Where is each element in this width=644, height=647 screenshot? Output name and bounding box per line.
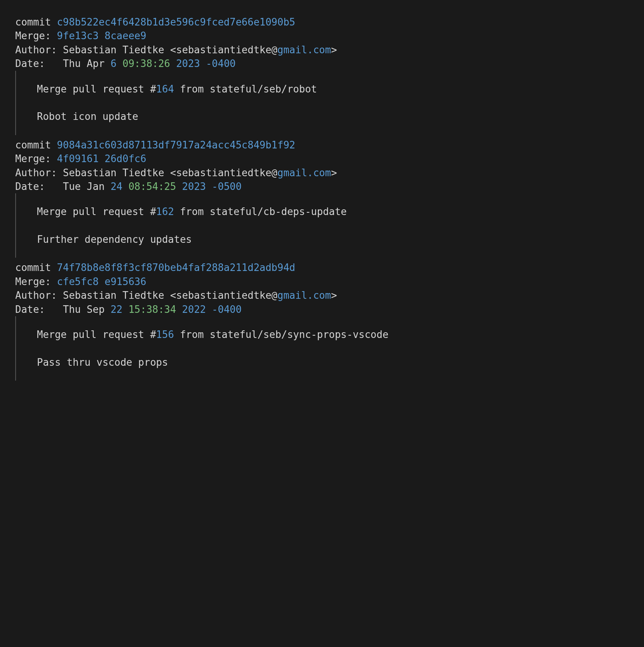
pr-number[interactable]: 164 bbox=[156, 83, 174, 95]
commit-label: commit bbox=[15, 139, 57, 151]
pr-prefix: Merge pull request # bbox=[37, 206, 156, 217]
author-name: Sebastian Tiedtke bbox=[63, 44, 164, 56]
commit-message: Further dependency updates bbox=[37, 233, 629, 246]
date-time: 15:38:34 bbox=[128, 304, 176, 315]
merge-label: Merge: bbox=[15, 30, 57, 41]
merge-parent-b[interactable]: 8caeee9 bbox=[105, 30, 147, 41]
author-email-domain[interactable]: gmail.com bbox=[277, 167, 331, 178]
git-log-output: commit c98b522ec4f6428b1d3e596c9fced7e66… bbox=[15, 15, 629, 381]
author-label: Author: bbox=[15, 290, 63, 301]
commit-body: Merge pull request #164 from stateful/se… bbox=[15, 71, 629, 135]
date-line: Date: Tue Jan 24 08:54:25 2023 -0500 bbox=[15, 180, 629, 193]
blank-line bbox=[37, 341, 629, 355]
commit-message: Robot icon update bbox=[37, 110, 629, 123]
commit-message: Pass thru vscode props bbox=[37, 355, 629, 369]
commit-label: commit bbox=[15, 16, 57, 28]
author-label: Author: bbox=[15, 167, 63, 178]
date-line: Date: Thu Apr 6 09:38:26 2023 -0400 bbox=[15, 57, 629, 70]
pr-number[interactable]: 162 bbox=[156, 206, 174, 217]
commit-line: commit 9084a31c603d87113df7917a24acc45c8… bbox=[15, 138, 629, 152]
date-time: 08:54:25 bbox=[128, 181, 176, 192]
pr-prefix: Merge pull request # bbox=[37, 83, 156, 95]
pr-prefix: Merge pull request # bbox=[37, 329, 156, 340]
date-label: Date: bbox=[15, 181, 63, 192]
pr-line: Merge pull request #156 from stateful/se… bbox=[37, 328, 629, 341]
commit-body: Merge pull request #162 from stateful/cb… bbox=[15, 193, 629, 258]
pr-line: Merge pull request #162 from stateful/cb… bbox=[37, 205, 629, 218]
pr-line: Merge pull request #164 from stateful/se… bbox=[37, 82, 629, 96]
commit-line: commit 74f78b8e8f8f3cf870beb4faf288a211d… bbox=[15, 261, 629, 274]
author-email-local: sebastiantiedtke bbox=[176, 44, 271, 56]
merge-line: Merge: cfe5fc8 e915636 bbox=[15, 275, 629, 288]
author-name: Sebastian Tiedtke bbox=[63, 290, 164, 301]
author-email-local: sebastiantiedtke bbox=[176, 290, 271, 301]
pr-number[interactable]: 156 bbox=[156, 329, 174, 340]
date-tz: -0400 bbox=[206, 58, 236, 69]
author-email-local: sebastiantiedtke bbox=[176, 167, 271, 178]
commit-hash[interactable]: 74f78b8e8f8f3cf870beb4faf288a211d2adb94d bbox=[57, 262, 295, 273]
author-line: Author: Sebastian Tiedtke <sebastiantied… bbox=[15, 166, 629, 180]
merge-parent-a[interactable]: cfe5fc8 bbox=[57, 276, 99, 287]
author-label: Author: bbox=[15, 44, 63, 56]
merge-parent-b[interactable]: e915636 bbox=[105, 276, 147, 287]
commit-hash[interactable]: c98b522ec4f6428b1d3e596c9fced7e66e1090b5 bbox=[57, 16, 295, 28]
merge-parent-b[interactable]: 26d0fc6 bbox=[105, 153, 147, 164]
date-dow-month: Tue Jan bbox=[63, 181, 105, 192]
merge-label: Merge: bbox=[15, 276, 57, 287]
pr-branch: from stateful/seb/robot bbox=[174, 83, 317, 95]
commit-message-text: Robot icon update bbox=[37, 111, 138, 122]
commit-line: commit c98b522ec4f6428b1d3e596c9fced7e66… bbox=[15, 15, 629, 29]
commit-block: commit 9084a31c603d87113df7917a24acc45c8… bbox=[15, 138, 629, 258]
merge-label: Merge: bbox=[15, 153, 57, 164]
date-year: 2022 bbox=[182, 304, 206, 315]
commit-message-text: Further dependency updates bbox=[37, 234, 192, 245]
author-line: Author: Sebastian Tiedtke <sebastiantied… bbox=[15, 43, 629, 57]
author-name: Sebastian Tiedtke bbox=[63, 167, 164, 178]
author-email-domain[interactable]: gmail.com bbox=[277, 290, 331, 301]
commit-block: commit c98b522ec4f6428b1d3e596c9fced7e66… bbox=[15, 15, 629, 135]
commit-block: commit 74f78b8e8f8f3cf870beb4faf288a211d… bbox=[15, 261, 629, 381]
date-day: 22 bbox=[110, 304, 122, 315]
author-line: Author: Sebastian Tiedtke <sebastiantied… bbox=[15, 288, 629, 302]
date-label: Date: bbox=[15, 58, 63, 69]
pr-branch: from stateful/seb/sync-props-vscode bbox=[174, 329, 389, 340]
date-time: 09:38:26 bbox=[123, 58, 170, 69]
date-year: 2023 bbox=[182, 181, 206, 192]
merge-parent-a[interactable]: 9fe13c3 bbox=[57, 30, 99, 41]
date-day: 6 bbox=[110, 58, 116, 69]
date-dow-month: Thu Sep bbox=[63, 304, 105, 315]
merge-line: Merge: 9fe13c3 8caeee9 bbox=[15, 29, 629, 43]
commit-label: commit bbox=[15, 262, 57, 273]
blank-line bbox=[37, 96, 629, 110]
blank-line bbox=[37, 219, 629, 233]
merge-line: Merge: 4f09161 26d0fc6 bbox=[15, 152, 629, 166]
author-email-domain[interactable]: gmail.com bbox=[277, 44, 331, 56]
commit-hash[interactable]: 9084a31c603d87113df7917a24acc45c849b1f92 bbox=[57, 139, 295, 151]
pr-branch: from stateful/cb-deps-update bbox=[174, 206, 347, 217]
date-line: Date: Thu Sep 22 15:38:34 2022 -0400 bbox=[15, 303, 629, 316]
date-tz: -0400 bbox=[212, 304, 242, 315]
merge-parent-a[interactable]: 4f09161 bbox=[57, 153, 99, 164]
date-year: 2023 bbox=[176, 58, 200, 69]
date-dow-month: Thu Apr bbox=[63, 58, 105, 69]
date-day: 24 bbox=[110, 181, 122, 192]
commit-body: Merge pull request #156 from stateful/se… bbox=[15, 316, 629, 381]
date-label: Date: bbox=[15, 304, 63, 315]
date-tz: -0500 bbox=[212, 181, 242, 192]
commit-message-text: Pass thru vscode props bbox=[37, 357, 168, 368]
